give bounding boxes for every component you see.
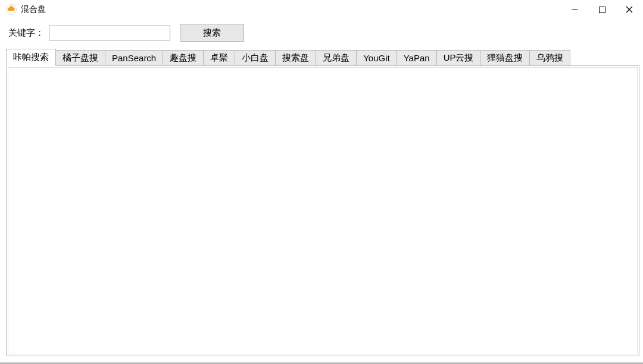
tab-label: PanSearch (112, 53, 156, 63)
tabstrip: 咔帕搜索橘子盘搜PanSearch趣盘搜卓聚小白盘搜索盘兄弟盘YouGitYaP… (6, 49, 639, 66)
search-button[interactable]: 搜索 (180, 24, 244, 42)
window-title: 混合盘 (21, 4, 46, 15)
close-button[interactable] (616, 0, 643, 19)
tab-panel (6, 66, 639, 356)
window-controls (561, 0, 643, 19)
titlebar-left: 混合盘 (6, 4, 46, 15)
tabs-container: 咔帕搜索橘子盘搜PanSearch趣盘搜卓聚小白盘搜索盘兄弟盘YouGitYaP… (6, 49, 639, 356)
keyword-label: 关键字： (8, 27, 44, 39)
tab-label: 小白盘 (242, 52, 269, 64)
tab-9[interactable]: YaPan (397, 50, 437, 65)
svg-rect-2 (599, 7, 605, 12)
tab-5[interactable]: 小白盘 (235, 50, 276, 65)
tab-12[interactable]: 乌鸦搜 (529, 50, 570, 65)
tab-label: 乌鸦搜 (536, 52, 563, 64)
tab-label: YaPan (404, 53, 430, 63)
tab-label: 兄弟盘 (323, 52, 349, 64)
tab-3[interactable]: 趣盘搜 (163, 50, 204, 65)
tab-label: UP云搜 (444, 52, 474, 64)
titlebar: 混合盘 (0, 0, 643, 19)
tab-7[interactable]: 兄弟盘 (316, 50, 357, 65)
app-icon (6, 4, 17, 15)
tab-8[interactable]: YouGit (356, 50, 397, 65)
search-row: 关键字： 搜索 (0, 19, 643, 46)
tab-label: 狸猫盘搜 (487, 52, 523, 64)
tab-panel-content (8, 67, 638, 354)
maximize-button[interactable] (588, 0, 616, 19)
tab-0[interactable]: 咔帕搜索 (6, 49, 56, 66)
minimize-button[interactable] (561, 0, 588, 19)
keyword-input[interactable] (49, 26, 170, 40)
tab-1[interactable]: 橘子盘搜 (55, 50, 105, 65)
tab-label: 搜索盘 (282, 52, 309, 64)
tab-label: 咔帕搜索 (13, 52, 49, 63)
tab-label: 卓聚 (210, 52, 228, 64)
tab-4[interactable]: 卓聚 (203, 50, 235, 65)
tab-label: YouGit (363, 53, 389, 63)
tab-label: 趣盘搜 (170, 52, 196, 64)
tab-10[interactable]: UP云搜 (436, 50, 481, 65)
tab-6[interactable]: 搜索盘 (275, 50, 316, 65)
tab-label: 橘子盘搜 (63, 52, 98, 64)
tab-11[interactable]: 狸猫盘搜 (480, 50, 530, 65)
tab-2[interactable]: PanSearch (105, 50, 163, 65)
